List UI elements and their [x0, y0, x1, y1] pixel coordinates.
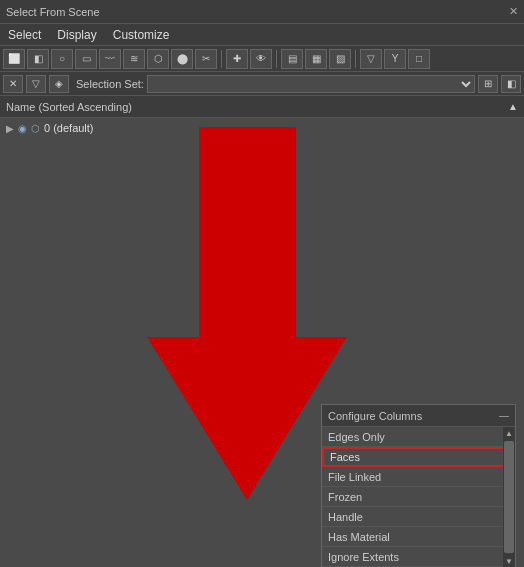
manage-selection-btn[interactable]: ◧ [501, 75, 521, 93]
tb-dot-btn[interactable]: ⬤ [171, 49, 193, 69]
selection-set-dropdown[interactable] [147, 75, 475, 93]
sort-arrow-icon[interactable]: ▲ [508, 101, 518, 112]
tb-eye-btn[interactable]: 👁 [250, 49, 272, 69]
configure-list: Edges Only Faces File Linked Frozen Hand… [322, 427, 515, 567]
visibility-icon: ◉ [18, 123, 27, 134]
cfg-item-frozen[interactable]: Frozen [322, 487, 515, 507]
tb-circle-btn[interactable]: ○ [51, 49, 73, 69]
cfg-item-edges-only[interactable]: Edges Only [322, 427, 515, 447]
configure-title: Configure Columns [328, 410, 499, 422]
window-title: Select From Scene [6, 6, 100, 18]
menu-customize[interactable]: Customize [109, 26, 174, 44]
filter-button[interactable]: ▽ [26, 75, 46, 93]
tb-square-btn[interactable]: □ [408, 49, 430, 69]
tb-grid-btn[interactable]: ▦ [305, 49, 327, 69]
toolbar2: ✕ ▽ ◈ Selection Set: ⊞ ◧ [0, 72, 524, 96]
menu-display[interactable]: Display [53, 26, 100, 44]
item-label: 0 (default) [44, 122, 94, 134]
tb-cross-btn[interactable]: ✚ [226, 49, 248, 69]
tb-filter-btn[interactable]: ▽ [360, 49, 382, 69]
close-button[interactable]: ✕ [509, 5, 518, 18]
cfg-item-faces[interactable]: Faces [322, 447, 515, 467]
tb-cut-btn[interactable]: ✂ [195, 49, 217, 69]
tb-rect-btn[interactable]: ▭ [75, 49, 97, 69]
selection-set-label: Selection Set: [76, 78, 144, 90]
toolbar-separator [221, 50, 222, 68]
clear-button[interactable]: ✕ [3, 75, 23, 93]
configure-title-bar: Configure Columns — [322, 405, 515, 427]
tb-wave-btn[interactable]: 〰 [99, 49, 121, 69]
title-bar: Select From Scene ✕ [0, 0, 524, 24]
toolbar1: ⬜ ◧ ○ ▭ 〰 ≋ ⬡ ⬤ ✂ ✚ 👁 ▤ ▦ ▧ ▽ Y □ [0, 46, 524, 72]
add-selection-btn[interactable]: ⊞ [478, 75, 498, 93]
scroll-up-arrow[interactable]: ▲ [503, 427, 515, 439]
main-list-area: ▶ ◉ ⬡ 0 (default) Configure Columns — Ed… [0, 118, 524, 567]
tb-fence-btn[interactable]: ≋ [123, 49, 145, 69]
toolbar-separator3 [355, 50, 356, 68]
cfg-item-ignore-extents[interactable]: Ignore Extents [322, 547, 515, 567]
layer-icon: ⬡ [31, 123, 40, 134]
expand-arrow-icon: ▶ [6, 123, 14, 134]
tb-hex-btn[interactable]: ⬡ [147, 49, 169, 69]
cfg-item-has-material[interactable]: Has Material [322, 527, 515, 547]
scroll-down-arrow[interactable]: ▼ [503, 555, 515, 567]
layer-button[interactable]: ◈ [49, 75, 69, 93]
configure-scrollbar[interactable]: ▲ ▼ [503, 427, 515, 567]
configure-close-button[interactable]: — [499, 410, 509, 421]
list-item[interactable]: ▶ ◉ ⬡ 0 (default) [0, 118, 524, 138]
column-header: Name (Sorted Ascending) ▲ [0, 96, 524, 118]
tb-all-btn[interactable]: ⬜ [3, 49, 25, 69]
tb-lines-btn[interactable]: ▤ [281, 49, 303, 69]
column-header-text: Name (Sorted Ascending) [6, 101, 508, 113]
scroll-thumb[interactable] [504, 441, 514, 553]
svg-marker-0 [149, 128, 345, 498]
tb-grid2-btn[interactable]: ▧ [329, 49, 351, 69]
cfg-item-handle[interactable]: Handle [322, 507, 515, 527]
tb-y-btn[interactable]: Y [384, 49, 406, 69]
menu-bar: Select Display Customize [0, 24, 524, 46]
configure-columns-panel: Configure Columns — Edges Only Faces Fil… [321, 404, 516, 567]
menu-select[interactable]: Select [4, 26, 45, 44]
tb-select-btn[interactable]: ◧ [27, 49, 49, 69]
toolbar-separator2 [276, 50, 277, 68]
cfg-item-file-linked[interactable]: File Linked [322, 467, 515, 487]
